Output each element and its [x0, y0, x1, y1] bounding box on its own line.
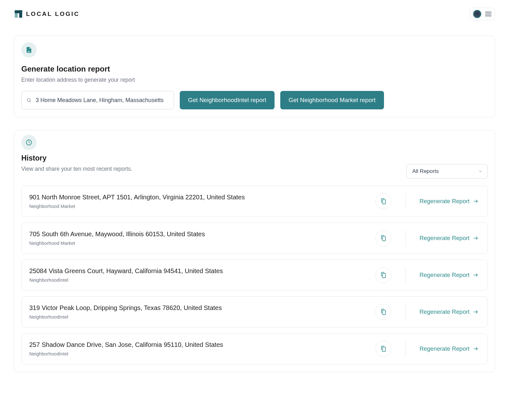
- history-item-address: 901 North Monroe Street, APT 1501, Arlin…: [29, 194, 369, 201]
- copy-icon: [380, 309, 387, 315]
- svg-rect-2: [19, 10, 22, 17]
- history-title: History: [21, 154, 132, 162]
- svg-point-3: [27, 99, 30, 101]
- arrow-right-icon: [473, 198, 478, 204]
- history-item-info: 705 South 6th Avenue, Maywood, Illinois …: [29, 231, 369, 246]
- copy-report-button[interactable]: [375, 230, 391, 246]
- history-item-info: 257 Shadow Dance Drive, San Jose, Califo…: [29, 341, 369, 356]
- history-item-info: 25084 Vista Greens Court, Hayward, Calif…: [29, 267, 369, 283]
- history-item-type: NeighborhoodIntel: [29, 314, 369, 320]
- history-item-info: 319 Victor Peak Loop, Dripping Springs, …: [29, 304, 369, 320]
- history-item-type: Neighborhood Market: [29, 203, 369, 209]
- regenerate-report-label: Regenerate Report: [420, 198, 470, 205]
- hamburger-icon: [485, 12, 492, 16]
- generate-card: Generate location report Enter location …: [14, 36, 495, 117]
- history-item: 901 North Monroe Street, APT 1501, Arlin…: [21, 186, 488, 217]
- regenerate-report-label: Regenerate Report: [420, 235, 470, 242]
- divider: [405, 267, 406, 283]
- logo-icon: [14, 10, 23, 18]
- regenerate-report-label: Regenerate Report: [420, 345, 470, 352]
- history-item: 257 Shadow Dance Drive, San Jose, Califo…: [21, 333, 488, 364]
- account-menu[interactable]: [470, 8, 495, 20]
- copy-icon: [380, 235, 387, 241]
- clock-icon: [21, 135, 37, 150]
- history-filter-value: All Reports: [412, 168, 439, 174]
- get-neighborhoodintel-button[interactable]: Get NeighborhoodIntel report: [180, 91, 275, 109]
- history-item-type: NeighborhoodIntel: [29, 351, 369, 356]
- regenerate-report-link[interactable]: Regenerate Report: [412, 272, 480, 279]
- history-item-address: 319 Victor Peak Loop, Dripping Springs, …: [29, 304, 369, 312]
- history-item: 705 South 6th Avenue, Maywood, Illinois …: [21, 223, 488, 254]
- regenerate-report-link[interactable]: Regenerate Report: [412, 345, 480, 352]
- copy-icon: [380, 346, 387, 352]
- copy-icon: [380, 198, 387, 204]
- history-item-type: Neighborhood Market: [29, 240, 369, 246]
- divider: [405, 193, 406, 210]
- history-item-address: 257 Shadow Dance Drive, San Jose, Califo…: [29, 341, 369, 348]
- generate-subtitle: Enter location address to generate your …: [21, 77, 488, 83]
- regenerate-report-link[interactable]: Regenerate Report: [412, 308, 480, 315]
- history-item-type: NeighborhoodIntel: [29, 277, 369, 283]
- divider: [405, 304, 406, 320]
- brand-logo[interactable]: LOCAL LOGIC: [14, 10, 80, 18]
- copy-report-button[interactable]: [375, 267, 391, 283]
- arrow-right-icon: [473, 346, 478, 352]
- history-card: History View and share your ten most rec…: [14, 130, 495, 372]
- copy-report-button[interactable]: [375, 304, 391, 320]
- history-item-address: 25084 Vista Greens Court, Hayward, Calif…: [29, 267, 369, 275]
- svg-line-4: [30, 101, 31, 102]
- history-item: 319 Victor Peak Loop, Dripping Springs, …: [21, 296, 488, 327]
- history-subtitle: View and share your ten most recent repo…: [21, 166, 132, 172]
- arrow-right-icon: [473, 272, 478, 278]
- history-filter-select[interactable]: All Reports: [406, 164, 488, 179]
- generate-title: Generate location report: [21, 65, 488, 73]
- regenerate-report-label: Regenerate Report: [420, 308, 470, 315]
- chevron-down-icon: [478, 169, 482, 173]
- arrow-right-icon: [473, 309, 478, 315]
- history-item-info: 901 North Monroe Street, APT 1501, Arlin…: [29, 194, 369, 209]
- divider: [405, 341, 406, 357]
- history-list: 901 North Monroe Street, APT 1501, Arlin…: [21, 186, 488, 364]
- avatar: [473, 10, 481, 18]
- copy-report-button[interactable]: [375, 341, 391, 357]
- regenerate-report-link[interactable]: Regenerate Report: [412, 198, 480, 205]
- history-item: 25084 Vista Greens Court, Hayward, Calif…: [21, 259, 488, 291]
- divider: [405, 230, 406, 246]
- regenerate-report-link[interactable]: Regenerate Report: [412, 235, 480, 242]
- regenerate-report-label: Regenerate Report: [420, 272, 470, 279]
- logo-text: LOCAL LOGIC: [26, 10, 80, 17]
- copy-icon: [380, 272, 387, 278]
- history-header: History View and share your ten most rec…: [21, 135, 488, 180]
- document-icon: [21, 42, 37, 58]
- top-bar: LOCAL LOGIC: [14, 8, 495, 20]
- location-input[interactable]: [21, 91, 174, 109]
- generate-controls: Get NeighborhoodIntel report Get Neighbo…: [21, 91, 488, 109]
- copy-report-button[interactable]: [375, 193, 391, 209]
- search-icon: [26, 98, 31, 103]
- arrow-right-icon: [473, 235, 478, 241]
- history-item-address: 705 South 6th Avenue, Maywood, Illinois …: [29, 231, 369, 238]
- get-neighborhood-market-button[interactable]: Get Neighborhood Market report: [280, 91, 384, 109]
- search-wrap: [21, 91, 174, 109]
